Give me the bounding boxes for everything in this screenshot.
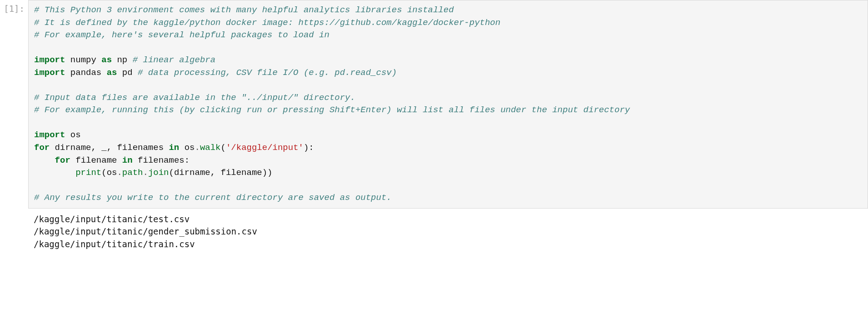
- code-token: # For example, running this (by clicking…: [34, 105, 630, 115]
- code-token: # data processing, CSV file I/O (e.g. pd…: [138, 68, 397, 78]
- code-token: as: [101, 55, 112, 65]
- code-token: # linear algebra: [133, 55, 215, 65]
- code-input-area[interactable]: # This Python 3 environment comes with m…: [28, 0, 868, 209]
- code-token: import: [34, 130, 65, 140]
- code-cell: [1]: # This Python 3 environment comes w…: [0, 0, 868, 209]
- code-token: # Input data files are available in the …: [34, 93, 355, 103]
- code-token: .: [143, 168, 148, 178]
- code-token: '/kaggle/input': [226, 143, 304, 153]
- output-cell: [1]: /kaggle/input/titanic/test.csv /kag…: [0, 209, 868, 251]
- code-token: for: [34, 143, 50, 153]
- code-token: import: [34, 55, 65, 65]
- code-token: join: [148, 168, 169, 178]
- code-token: # This Python 3 environment comes with m…: [34, 5, 454, 15]
- code-token: # Any results you write to the current d…: [34, 193, 392, 203]
- code-token: import: [34, 68, 65, 78]
- code-token: # It is defined by the kaggle/python doc…: [34, 18, 500, 28]
- stdout-output: /kaggle/input/titanic/test.csv /kaggle/i…: [28, 209, 868, 251]
- code-token: walk: [200, 143, 221, 153]
- code-token: in: [122, 155, 133, 165]
- code-token: in: [169, 143, 179, 153]
- code-token: .: [117, 168, 122, 178]
- execution-count-prompt: [1]:: [0, 0, 28, 14]
- code-token: for: [55, 155, 70, 165]
- code-token: as: [107, 68, 117, 78]
- code-token: path: [122, 168, 143, 178]
- code-token: print: [75, 168, 101, 178]
- code-token: # For example, here's several helpful pa…: [34, 30, 329, 40]
- code-token: .: [195, 143, 200, 153]
